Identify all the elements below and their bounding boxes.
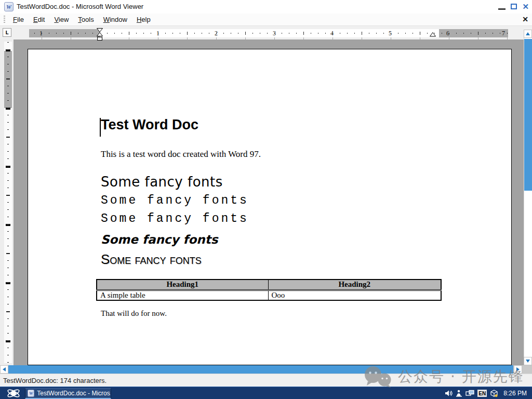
ruler-number: 6	[445, 30, 450, 37]
doc-heading: Test Word Doc	[101, 117, 198, 133]
close-button[interactable]: ✕	[522, 3, 529, 10]
task-button-label: TestWordDoc.doc - Micros...	[37, 390, 111, 397]
menu-item-file[interactable]: File	[8, 14, 29, 26]
vertical-scrollbar-thumb[interactable]	[524, 39, 532, 191]
task-button[interactable]: W TestWordDoc.doc - Micros...	[25, 388, 111, 399]
ruler-number: 1	[155, 30, 161, 37]
ruler-number: 5	[388, 30, 393, 37]
tab-stop-selector[interactable]: L	[3, 28, 11, 37]
window-title: TestWordDoc.doc - Microsoft Word Viewer	[17, 3, 143, 10]
scroll-up-button[interactable]	[524, 30, 532, 38]
package-icon[interactable]	[490, 390, 498, 397]
language-indicator[interactable]: EN	[477, 390, 487, 397]
table-cell: A simple table	[97, 290, 268, 300]
menu-label: indow	[110, 16, 127, 23]
menu-label: iew	[59, 16, 69, 23]
vertical-ruler[interactable]	[4, 42, 12, 363]
ruler-number: 3	[272, 30, 277, 37]
maximize-button[interactable]	[511, 4, 517, 9]
network-icon[interactable]	[466, 390, 474, 397]
ruler-bar: L 1 1 2 3 4 5 6 7	[0, 26, 532, 39]
table-header-row: Heading1 Heading2	[97, 280, 441, 290]
right-indent-marker[interactable]	[430, 32, 436, 37]
taskbar-clock[interactable]: 8:26 PM	[503, 390, 527, 397]
menu-accesskey: E	[33, 16, 38, 23]
menu-accesskey: W	[103, 16, 110, 23]
document-workspace: Test Word Doc This is a test word doc cr…	[0, 39, 524, 365]
system-tray: EN 8:26 PM	[445, 387, 530, 399]
down-arrow-icon	[526, 360, 530, 363]
minimize-button[interactable]	[498, 4, 506, 10]
start-button[interactable]	[4, 388, 23, 399]
menu-label: dit	[38, 16, 45, 23]
menu-label: ools	[82, 16, 94, 23]
status-text: TestWordDoc.doc: 174 characters.	[3, 377, 107, 384]
title-bar: W TestWordDoc.doc - Microsoft Word Viewe…	[0, 0, 532, 14]
ruler-number: 1	[38, 30, 44, 37]
word-viewer-icon: W	[4, 2, 14, 11]
menu-label: elp	[141, 16, 150, 23]
menu-item-window[interactable]: Window	[99, 14, 132, 26]
document-page[interactable]: Test Word Doc This is a test word doc cr…	[28, 49, 512, 365]
table-cell: Ooo	[268, 290, 441, 300]
word-viewer-window: W TestWordDoc.doc - Microsoft Word Viewe…	[0, 0, 532, 399]
indent-marker[interactable]	[96, 28, 103, 42]
window-controls: ✕	[498, 0, 529, 14]
word-viewer-icon: W	[28, 390, 34, 397]
doc-table: Heading1 Heading2 A simple table Ooo	[96, 279, 442, 301]
doc-closing-line: That will do for now.	[101, 309, 167, 318]
fancy-font-line-3: Some fancy fonts	[101, 212, 249, 225]
watermark: 公众号 · 开源先锋	[363, 366, 524, 388]
ruler-number: 2	[214, 30, 219, 37]
table-header-cell: Heading1	[97, 280, 268, 290]
scroll-down-button[interactable]	[524, 357, 532, 365]
doc-paragraph: This is a test word doc created with Wor…	[101, 149, 261, 159]
menu-item-edit[interactable]: Edit	[29, 14, 49, 26]
menu-items: File Edit View Tools Window Help	[8, 14, 155, 26]
menu-item-tools[interactable]: Tools	[73, 14, 98, 26]
taskbar: W TestWordDoc.doc - Micros... EN	[0, 387, 532, 399]
fancy-font-line-1: Some fancy fonts	[101, 174, 223, 190]
table-header-cell: Heading2	[268, 280, 441, 290]
wechat-icon	[363, 366, 393, 388]
up-arrow-icon	[526, 32, 530, 35]
menu-accesskey: V	[54, 16, 58, 23]
watermark-text: 公众号 · 开源先锋	[398, 367, 524, 387]
menu-item-help[interactable]: Help	[132, 14, 155, 26]
vertical-scrollbar[interactable]	[524, 30, 532, 365]
fancy-font-line-4: Some fancy fonts	[101, 233, 218, 246]
menu-accesskey: F	[13, 16, 17, 23]
ruler-number: 7	[501, 30, 506, 37]
menu-label: ile	[17, 16, 24, 23]
ruler-number: 4	[329, 30, 335, 37]
close-document-icon[interactable]: ✕	[522, 15, 528, 23]
table-row: A simple table Ooo	[97, 290, 441, 300]
scroll-left-button[interactable]	[0, 365, 8, 374]
menu-bar: File Edit View Tools Window Help ✕	[0, 14, 532, 26]
fancy-font-line-2: Some fancy fonts	[101, 194, 249, 207]
left-arrow-icon	[3, 367, 6, 371]
fancy-font-line-5: Some fancy fonts	[101, 251, 202, 268]
input-method-icon[interactable]	[456, 390, 462, 397]
volume-icon[interactable]	[445, 390, 453, 397]
menu-item-view[interactable]: View	[49, 14, 73, 26]
toolbar-grip[interactable]	[4, 16, 5, 24]
menu-accesskey: H	[137, 16, 141, 23]
start-logo-icon	[7, 388, 20, 398]
